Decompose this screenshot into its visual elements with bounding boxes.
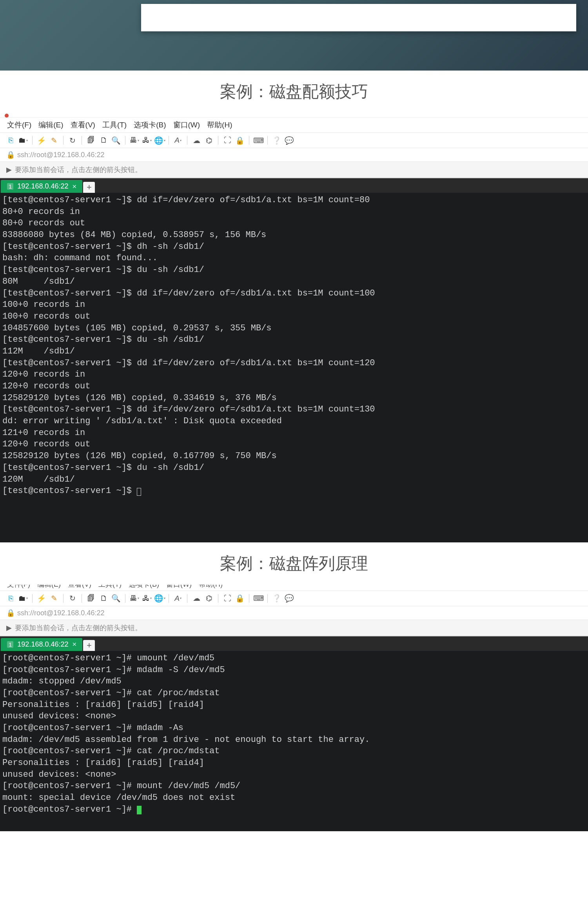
lock-icon[interactable]: 🔒	[235, 135, 245, 145]
separator	[82, 136, 82, 145]
disconnect-icon[interactable]: ✎	[49, 135, 59, 145]
dashboard-icon[interactable]: ⌬	[204, 135, 214, 145]
cloud-icon[interactable]: ☁	[191, 135, 201, 145]
menubar: 文件(F) 编辑(E) 查看(V) 工具(T) 选项卡(B) 窗口(W) 帮助(…	[0, 118, 588, 133]
connect-icon[interactable]: ⚡	[36, 593, 47, 604]
lock-small-icon: 🔒	[6, 609, 15, 617]
separator	[125, 594, 125, 603]
terminal-output-2[interactable]: [root@centos7-server1 ~]# umount /dev/md…	[0, 651, 588, 831]
tab-number: 1	[7, 641, 13, 648]
hint-bar: ▶要添加当前会话，点击左侧的箭头按钮。	[0, 162, 588, 178]
tab-strip: 1 192.168.0.46:22 ✕ +	[0, 178, 588, 193]
terminal-empty-space[interactable]	[0, 503, 588, 542]
separator	[267, 136, 268, 145]
reconnect-icon[interactable]: ↻	[67, 135, 78, 145]
menubar-partial: 文件(F) 编辑(E) 查看(V) 工具(T) 选项卡(B) 窗口(W) 帮助(…	[0, 585, 588, 591]
address-bar[interactable]: 🔒ssh://root@192.168.0.46:22	[0, 148, 588, 162]
menu-window[interactable]: 窗口(W)	[166, 585, 192, 589]
find-icon[interactable]: 🔍	[111, 593, 121, 604]
hint-arrow-icon[interactable]: ▶	[6, 166, 12, 174]
fullscreen-icon[interactable]: ⛶	[222, 593, 232, 604]
separator	[169, 594, 169, 603]
separator	[82, 594, 82, 603]
menu-tabs[interactable]: 选项卡(B)	[134, 120, 166, 130]
find-icon[interactable]: 🔍	[111, 135, 121, 145]
tab-label: 192.168.0.46:22	[17, 640, 68, 649]
case1-title: 案例：磁盘配额技巧	[0, 71, 588, 113]
hint-arrow-icon[interactable]: ▶	[6, 624, 12, 632]
lock-icon[interactable]: 🔒	[235, 593, 245, 604]
menu-window[interactable]: 窗口(W)	[173, 120, 200, 130]
dashboard-icon[interactable]: ⌬	[204, 593, 214, 604]
font-icon[interactable]: A	[173, 135, 183, 145]
session-tab[interactable]: 1 192.168.0.46:22 ✕	[1, 180, 82, 193]
toolbar: ⎘ 🖿 ⚡ ✎ ↻ 🗐 🗋 🔍 🖶 🖧 🌐 A ☁ ⌬ ⛶ 🔒 ⌨ ❔ 💬	[0, 133, 588, 148]
chat-icon[interactable]: 💬	[284, 593, 294, 604]
tab-close-icon[interactable]: ✕	[72, 641, 77, 647]
separator	[32, 594, 33, 603]
globe-icon[interactable]: 🌐	[154, 135, 165, 145]
keyboard-icon[interactable]: ⌨	[253, 593, 263, 604]
add-tab-button[interactable]: +	[83, 640, 95, 651]
separator	[125, 136, 125, 145]
desktop-background	[0, 0, 588, 71]
menu-edit[interactable]: 编辑(E)	[37, 585, 61, 589]
paste-icon[interactable]: 🗋	[98, 135, 109, 145]
session-tab[interactable]: 1 192.168.0.46:22 ✕	[1, 638, 82, 651]
transfer-icon[interactable]: 🖧	[142, 593, 152, 604]
open-folder-icon[interactable]: 🖿	[18, 135, 28, 145]
reconnect-icon[interactable]: ↻	[67, 593, 78, 604]
terminal-output-1[interactable]: [test@centos7-server1 ~]$ dd if=/dev/zer…	[0, 193, 588, 503]
ssh-url: ssh://root@192.168.0.46:22	[17, 151, 104, 159]
hint-bar: ▶要添加当前会话，点击左侧的箭头按钮。	[0, 620, 588, 636]
toolbar: ⎘ 🖿 ⚡ ✎ ↻ 🗐 🗋 🔍 🖶 🖧 🌐 A ☁ ⌬ ⛶ 🔒 ⌨ ❔ 💬	[0, 591, 588, 606]
separator	[218, 136, 218, 145]
hint-text: 要添加当前会话，点击左侧的箭头按钮。	[15, 166, 142, 174]
globe-icon[interactable]: 🌐	[154, 593, 165, 604]
separator	[63, 136, 64, 145]
menu-file[interactable]: 文件(F)	[7, 120, 31, 130]
printer-icon[interactable]: 🖶	[129, 593, 140, 604]
disconnect-icon[interactable]: ✎	[49, 593, 59, 604]
transfer-icon[interactable]: 🖧	[142, 135, 152, 145]
lock-small-icon: 🔒	[6, 151, 15, 159]
menu-tabs[interactable]: 选项卡(B)	[129, 585, 159, 589]
ssh-url: ssh://root@192.168.0.46:22	[17, 609, 104, 617]
tab-strip: 1 192.168.0.46:22 ✕ +	[0, 636, 588, 651]
help-icon[interactable]: ❔	[272, 593, 282, 604]
new-session-icon[interactable]: ⎘	[5, 593, 16, 604]
menu-view[interactable]: 查看(V)	[68, 585, 91, 589]
hint-text: 要添加当前会话，点击左侧的箭头按钮。	[15, 624, 142, 632]
address-bar[interactable]: 🔒ssh://root@192.168.0.46:22	[0, 606, 588, 620]
add-tab-button[interactable]: +	[83, 182, 95, 193]
copy-icon[interactable]: 🗐	[86, 135, 96, 145]
connect-icon[interactable]: ⚡	[36, 135, 47, 145]
separator	[32, 136, 33, 145]
keyboard-icon[interactable]: ⌨	[253, 135, 263, 145]
printer-icon[interactable]: 🖶	[129, 135, 140, 145]
tab-close-icon[interactable]: ✕	[72, 183, 77, 190]
copy-icon[interactable]: 🗐	[86, 593, 96, 604]
separator	[249, 594, 249, 603]
font-icon[interactable]: A	[173, 593, 183, 604]
menu-view[interactable]: 查看(V)	[71, 120, 95, 130]
fullscreen-icon[interactable]: ⛶	[222, 135, 232, 145]
tab-label: 192.168.0.46:22	[17, 182, 68, 190]
menu-file[interactable]: 文件(F)	[7, 585, 30, 589]
new-session-icon[interactable]: ⎘	[5, 135, 16, 145]
terminal-window-2: 文件(F) 编辑(E) 查看(V) 工具(T) 选项卡(B) 窗口(W) 帮助(…	[0, 585, 588, 831]
chat-icon[interactable]: 💬	[284, 135, 294, 145]
separator	[63, 594, 64, 603]
help-icon[interactable]: ❔	[272, 135, 282, 145]
menu-tools[interactable]: 工具(T)	[102, 120, 127, 130]
separator	[249, 136, 249, 145]
menu-help[interactable]: 帮助(H)	[207, 120, 232, 130]
open-folder-icon[interactable]: 🖿	[18, 593, 28, 604]
paste-icon[interactable]: 🗋	[98, 593, 109, 604]
menu-help[interactable]: 帮助(H)	[199, 585, 223, 589]
separator	[169, 136, 169, 145]
cloud-icon[interactable]: ☁	[191, 593, 201, 604]
menu-edit[interactable]: 编辑(E)	[38, 120, 63, 130]
terminal-window-1: 文件(F) 编辑(E) 查看(V) 工具(T) 选项卡(B) 窗口(W) 帮助(…	[0, 113, 588, 542]
menu-tools[interactable]: 工具(T)	[98, 585, 122, 589]
